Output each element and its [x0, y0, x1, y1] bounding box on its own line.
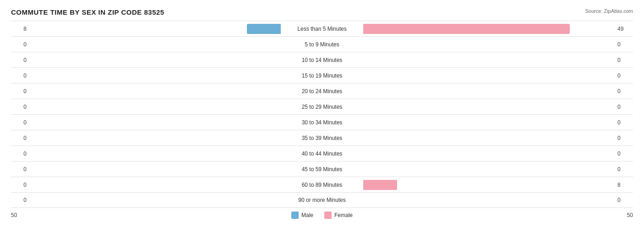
bar-label: 60 to 89 Minutes [281, 182, 363, 188]
right-bar-area [363, 71, 615, 81]
right-value: 0 [615, 104, 633, 110]
bar-section: 5 to 9 Minutes [29, 37, 615, 52]
bar-row: 0 90 or more Minutes 0 [11, 192, 633, 208]
bar-label: 10 to 14 Minutes [281, 57, 363, 63]
left-value: 8 [11, 26, 29, 32]
legend-male: Male [291, 212, 313, 219]
bar-section: 15 to 19 Minutes [29, 68, 615, 83]
bar-row: 0 20 to 24 Minutes 0 [11, 83, 633, 99]
bar-label: 20 to 24 Minutes [281, 88, 363, 95]
bar-label: 15 to 19 Minutes [281, 73, 363, 79]
left-bar-area [29, 39, 281, 50]
bar-label: 35 to 39 Minutes [281, 135, 363, 141]
right-axis-label: 50 [615, 212, 633, 218]
bar-label: 40 to 44 Minutes [281, 151, 363, 157]
right-bar-area [363, 117, 615, 128]
female-bar [363, 180, 397, 190]
left-value: 0 [11, 182, 29, 188]
left-bar-area [29, 180, 281, 190]
bar-section: Less than 5 Minutes [29, 21, 615, 36]
left-bar-area [29, 133, 281, 143]
right-bar-area [363, 24, 615, 34]
female-legend-label: Female [334, 212, 353, 218]
bar-section: 40 to 44 Minutes [29, 146, 615, 161]
left-value: 0 [11, 151, 29, 157]
right-bar-area [363, 102, 615, 112]
bar-section: 25 to 29 Minutes [29, 99, 615, 114]
left-value: 0 [11, 119, 29, 126]
bar-label: Less than 5 Minutes [281, 26, 363, 32]
right-bar-area [363, 55, 615, 65]
right-value: 0 [615, 119, 633, 126]
left-bar-area [29, 149, 281, 159]
left-value: 0 [11, 197, 29, 203]
bar-row: 0 15 to 19 Minutes 0 [11, 67, 633, 83]
right-bar-area [363, 195, 615, 205]
right-bar-area [363, 133, 615, 143]
legend-items: Male Female [29, 212, 615, 219]
left-value: 0 [11, 73, 29, 79]
bar-label: 25 to 29 Minutes [281, 104, 363, 110]
bar-label: 90 or more Minutes [281, 197, 363, 203]
left-value: 0 [11, 104, 29, 110]
bar-label: 30 to 34 Minutes [281, 119, 363, 126]
left-value: 0 [11, 166, 29, 173]
chart-area: 8 Less than 5 Minutes 49 0 5 to 9 Minute… [11, 21, 633, 208]
male-legend-label: Male [301, 212, 313, 218]
right-value: 0 [615, 41, 633, 48]
right-bar-area [363, 39, 615, 50]
bar-row: 0 60 to 89 Minutes 8 [11, 177, 633, 192]
bar-section: 45 to 59 Minutes [29, 162, 615, 177]
female-swatch [324, 212, 332, 219]
male-bar [247, 24, 281, 34]
left-axis-label: 50 [11, 212, 29, 218]
bar-label: 45 to 59 Minutes [281, 166, 363, 173]
right-value: 0 [615, 57, 633, 63]
bar-row: 0 45 to 59 Minutes 0 [11, 161, 633, 177]
bar-row: 0 5 to 9 Minutes 0 [11, 36, 633, 52]
bar-section: 30 to 34 Minutes [29, 115, 615, 130]
left-bar-area [29, 24, 281, 34]
bar-row: 0 25 to 29 Minutes 0 [11, 99, 633, 114]
source-label: Source: ZipAtlas.com [585, 8, 633, 14]
bar-row: 0 35 to 39 Minutes 0 [11, 130, 633, 145]
right-bar-area [363, 180, 615, 190]
left-value: 0 [11, 135, 29, 141]
left-bar-area [29, 117, 281, 128]
left-bar-area [29, 195, 281, 205]
right-value: 0 [615, 88, 633, 95]
right-bar-area [363, 164, 615, 174]
left-bar-area [29, 102, 281, 112]
bar-row: 0 30 to 34 Minutes 0 [11, 114, 633, 130]
bar-section: 10 to 14 Minutes [29, 52, 615, 67]
bar-label: 5 to 9 Minutes [281, 41, 363, 48]
bar-row: 0 40 to 44 Minutes 0 [11, 145, 633, 161]
left-value: 0 [11, 41, 29, 48]
bar-section: 60 to 89 Minutes [29, 177, 615, 192]
right-value: 0 [615, 197, 633, 203]
female-bar [363, 24, 570, 34]
chart-container: COMMUTE TIME BY SEX IN ZIP CODE 83525 So… [0, 0, 644, 233]
left-bar-area [29, 164, 281, 174]
right-bar-area [363, 86, 615, 96]
bar-section: 20 to 24 Minutes [29, 84, 615, 99]
bar-section: 35 to 39 Minutes [29, 130, 615, 145]
bar-row: 0 10 to 14 Minutes 0 [11, 52, 633, 67]
left-bar-area [29, 86, 281, 96]
right-value: 0 [615, 73, 633, 79]
right-bar-area [363, 149, 615, 159]
right-value: 49 [615, 26, 633, 32]
legend-area: 50 Male Female 50 [11, 212, 633, 219]
bar-row: 8 Less than 5 Minutes 49 [11, 21, 633, 36]
left-bar-area [29, 55, 281, 65]
legend-female: Female [324, 212, 353, 219]
right-value: 0 [615, 135, 633, 141]
male-swatch [291, 212, 299, 219]
right-value: 0 [615, 151, 633, 157]
left-value: 0 [11, 57, 29, 63]
right-value: 0 [615, 166, 633, 173]
left-bar-area [29, 71, 281, 81]
bar-section: 90 or more Minutes [29, 193, 615, 207]
left-value: 0 [11, 88, 29, 95]
chart-title: COMMUTE TIME BY SEX IN ZIP CODE 83525 [11, 8, 633, 16]
